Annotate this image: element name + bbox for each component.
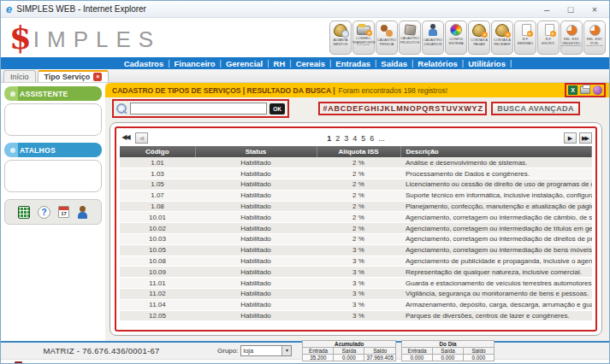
table-row[interactable]: 1.01Habilitado2 %Análise e desenvolvimen…	[120, 157, 592, 168]
alphabet-letter-b[interactable]: B	[334, 104, 340, 113]
tab-label: Tipo Serviço	[44, 73, 91, 81]
purple-globe-icon[interactable]	[593, 85, 602, 95]
sidebar-section-assistente[interactable]: ASSISTENTE	[4, 86, 102, 101]
toolbar-button-n-f-escrit[interactable]: N F ESCRIT.	[537, 21, 560, 55]
menu-item-financeiro[interactable]: Financeiro	[175, 59, 216, 68]
alphabet-letter-w[interactable]: W	[464, 104, 471, 113]
search-input[interactable]	[130, 103, 267, 114]
last-page-button[interactable]: ▶▶	[579, 132, 592, 144]
toolbar-button-conhec-transporte-escrit[interactable]: CONHEC. TRANSPORTE ESCRIT.	[352, 21, 375, 55]
calendar-icon[interactable]: 17	[58, 206, 69, 218]
totals-title: Do Dia	[401, 341, 494, 348]
table-row[interactable]: 10.08Habilitado3 %Agenciamento de public…	[120, 255, 592, 267]
page-link-5[interactable]: 5	[361, 134, 365, 143]
alphabet-letter-p[interactable]: P	[416, 104, 422, 113]
alphabet-letter-m[interactable]: M	[396, 104, 403, 113]
page-link-1[interactable]: 1	[327, 134, 331, 143]
alphabet-letter-q[interactable]: Q	[422, 104, 429, 113]
page-link-4[interactable]: 4	[352, 134, 357, 143]
menu-item-rh[interactable]: RH	[274, 59, 286, 68]
toolbar-button-n-f-emiss-o[interactable]: N F EMISSÃO	[514, 21, 536, 55]
menu-item-entradas[interactable]: Entradas	[335, 59, 370, 68]
alphabet-letter-r[interactable]: R	[429, 104, 435, 113]
toolbar-button-config-sistema[interactable]: CONFIG SISTEMA	[445, 21, 467, 55]
alphabet-letter-s[interactable]: S	[435, 104, 441, 113]
menu-item-cereais[interactable]: Cereais	[296, 59, 325, 68]
table-row[interactable]: 12.05Habilitado3 %Parques de diversões, …	[120, 310, 592, 321]
title-bar: e SIMPLES WEB - Internet Explorer – □ ×	[1, 1, 609, 18]
tab-close-icon[interactable]: ×	[93, 73, 102, 81]
table-row[interactable]: 10.02Habilitado2 %Agenciamento, corretag…	[120, 223, 592, 234]
page-link-2[interactable]: 2	[335, 134, 340, 143]
print-icon[interactable]	[580, 86, 590, 94]
grupo-select[interactable]: loja ▾	[240, 345, 292, 356]
person-icon[interactable]	[77, 206, 88, 219]
toolbar-button-contas-a-receber[interactable]: CONTAS A RECEBER	[491, 21, 513, 55]
column-header-aliquota[interactable]: Alíquota ISS	[317, 146, 400, 157]
column-header-descricao[interactable]: Descrição	[400, 146, 592, 157]
logo-toolbar-band: $ IMPLES ADIANTA MENTOSCONHEC. TRANSPORT…	[1, 18, 609, 57]
alphabet-letter-k[interactable]: K	[384, 104, 390, 113]
table-row[interactable]: 11.04Habilitado3 %Armazenamento, depósit…	[120, 299, 592, 310]
alphabet-letter-n[interactable]: N	[403, 104, 409, 113]
cell-descricao: Agenciamento, corretagem ou intermediaçã…	[400, 234, 592, 245]
toolbar-button-cadastro-pessoa[interactable]: CADASTRO PESSOA	[376, 21, 398, 55]
page-link-3[interactable]: 3	[344, 134, 348, 143]
column-header-codigo[interactable]: Código	[120, 146, 195, 157]
cell-codigo: 1.05	[120, 179, 195, 191]
menu-item-sa-das[interactable]: Saídas	[381, 59, 407, 68]
minimize-button[interactable]: –	[541, 4, 553, 15]
toolbar-button-contas-a-pagar[interactable]: CONTAS A PAGAR	[468, 21, 490, 55]
alphabet-letter-c[interactable]: C	[340, 104, 346, 113]
page-link-6[interactable]: 6	[370, 134, 374, 143]
menu-item-cadastros[interactable]: Cadastros	[124, 59, 163, 68]
table-row[interactable]: 1.07Habilitado2 %Suporte técnico em info…	[120, 190, 592, 201]
alphabet-letter-z[interactable]: Z	[477, 104, 483, 113]
result-count: Foram encontrados 198 registros!	[339, 86, 561, 95]
maximize-button[interactable]: □	[565, 4, 577, 15]
alphabet-letter-u[interactable]: U	[446, 104, 452, 113]
column-header-status[interactable]: Status	[195, 146, 317, 157]
toolbar-button-rel-est-registro-invent-rio[interactable]: REL. EST. REGISTRO INVENTÁRIO	[560, 21, 583, 55]
sidebar-section-atalhos[interactable]: ATALHOS	[4, 143, 102, 157]
tab-inicio[interactable]: Início	[3, 70, 36, 82]
search-ok-button[interactable]: OK	[269, 103, 285, 114]
excel-export-icon[interactable]: X	[568, 85, 577, 95]
table-row[interactable]: 1.08Habilitado2 %Planejamento, confecção…	[120, 201, 592, 212]
prev-page-button[interactable]: ◀	[135, 132, 148, 144]
toolbar-button-cadastro-produtos[interactable]: CADASTRO PRODUTOS	[399, 21, 421, 55]
alphabet-letter-x[interactable]: X	[458, 104, 464, 113]
next-page-button[interactable]: ▶	[564, 132, 577, 144]
table-row[interactable]: 11.01Habilitado3 %Guarda e estacionament…	[120, 278, 592, 289]
toolbar-button-adianta-mentos[interactable]: ADIANTA MENTOS	[329, 21, 352, 55]
page-link-[interactable]: ...	[378, 134, 385, 143]
cell-codigo: 11.04	[120, 299, 195, 310]
menu-item-relat-rios[interactable]: Relatórios	[418, 59, 457, 68]
alphabet-letter-v[interactable]: V	[452, 104, 458, 113]
first-page-button[interactable]: ◀◀	[120, 132, 133, 144]
toolbar-button-cadastro-usu-rios[interactable]: CADASTRO USUÁRIOS	[422, 21, 444, 55]
alphabet-letter-e[interactable]: E	[352, 104, 358, 113]
table-row[interactable]: 10.03Habilitado2 %Agenciamento, corretag…	[120, 234, 592, 245]
alphabet-letter-y[interactable]: Y	[471, 104, 477, 113]
advanced-search-button[interactable]: BUSCA AVANÇADA	[491, 102, 580, 115]
calculator-icon[interactable]	[18, 206, 30, 219]
close-button[interactable]: ×	[589, 4, 601, 15]
alphabet-letter-o[interactable]: O	[409, 104, 416, 113]
table-row[interactable]: 11.02Habilitado3 %Vigilância, segurança …	[120, 289, 592, 300]
cell-codigo: 10.08	[120, 255, 195, 267]
alphabet-letter-a[interactable]: A	[328, 104, 334, 113]
table-row[interactable]: 10.01Habilitado2 %Agenciamento, corretag…	[120, 212, 592, 223]
alphabet-letter-g[interactable]: G	[364, 104, 370, 113]
menu-item-utilit-rios[interactable]: Utilitários	[468, 59, 506, 68]
toolbar-button-rel-est-pos-estoque[interactable]: REL. EST. POS. ESTOQUE	[583, 21, 606, 55]
menu-item-gerencial[interactable]: Gerencial	[226, 59, 263, 68]
table-row[interactable]: 1.05Habilitado2 %Licenciamento ou cessão…	[120, 179, 592, 191]
table-row[interactable]: 10.09Habilitado3 %Representação de qualq…	[120, 267, 592, 278]
alphabet-letter-d[interactable]: D	[346, 104, 352, 113]
table-row[interactable]: 1.03Habilitado2 %Processamento de Dados …	[120, 168, 592, 179]
help-icon[interactable]: ?	[38, 206, 50, 219]
alphabet-letter-h[interactable]: H	[370, 104, 376, 113]
table-row[interactable]: 10.05Habilitado3 %Agenciamento, corretag…	[120, 244, 592, 255]
tab-tipo-servico[interactable]: Tipo Serviço ×	[38, 70, 110, 82]
